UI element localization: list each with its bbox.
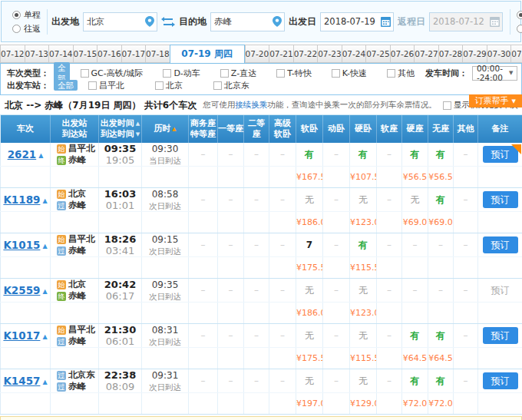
- date-tab-07-15[interactable]: 07-15: [73, 45, 97, 63]
- price-cell: ¥56.5: [402, 167, 428, 188]
- checkbox-K-快速[interactable]: K-快速: [332, 68, 367, 79]
- date-tab-07-26[interactable]: 07-26: [390, 45, 415, 63]
- date-tab-07-18[interactable]: 07-18: [145, 45, 170, 63]
- price-cell: ¥186.0: [296, 212, 323, 233]
- date-tab-07-25[interactable]: 07-25: [365, 45, 390, 63]
- train-number-link[interactable]: K2559: [3, 284, 40, 296]
- checkbox-D-动车[interactable]: D-动车: [163, 68, 200, 79]
- header-软座: 软座: [377, 115, 402, 143]
- to-input[interactable]: [211, 16, 273, 27]
- header-出发站到达站: 出发站到达站: [51, 115, 99, 143]
- seat-cell: –: [377, 324, 402, 348]
- seat-cell: –: [454, 369, 478, 393]
- expand-icon[interactable]: ▲: [42, 333, 47, 340]
- header-其他: 其他: [454, 115, 478, 143]
- seat-cell: 无: [350, 279, 377, 303]
- date-tab-07-19[interactable]: 07-19 周四: [170, 45, 245, 63]
- expand-icon[interactable]: ▲: [42, 243, 47, 250]
- date-tab-07-31[interactable]: 07-31: [510, 45, 522, 63]
- sort-asc-icon[interactable]: ▲: [136, 120, 140, 127]
- depart-time-select[interactable]: 00:00--24:00 ▼: [472, 66, 517, 81]
- station-cell: 过北京东过赤峰: [51, 369, 99, 393]
- seat-cell: –: [269, 233, 296, 257]
- radio-normal-passenger[interactable]: 普通: [517, 9, 522, 21]
- header-车次: 车次: [1, 115, 51, 143]
- expand-icon[interactable]: ▲: [42, 197, 47, 204]
- seat-cell: –: [189, 324, 218, 348]
- to-label: 目的地: [179, 15, 206, 28]
- transfer-link[interactable]: 接续换乘: [235, 100, 267, 109]
- date-tab-07-28[interactable]: 07-28: [438, 45, 463, 63]
- header-出发时间到达时间[interactable]: 出发时间▲到达时间▼: [99, 115, 142, 143]
- radio-one-way[interactable]: 单程: [12, 9, 41, 21]
- price-cell: ¥175.5: [296, 257, 323, 279]
- book-button[interactable]: 预订: [483, 372, 518, 389]
- booking-helper-button[interactable]: 订票帮手 ▼: [469, 94, 522, 107]
- train-number-link[interactable]: K1017: [3, 329, 40, 342]
- promo-ribbon-icon: [511, 144, 521, 154]
- date-tab-07-29[interactable]: 07-29: [462, 45, 487, 63]
- date-tab-07-13[interactable]: 07-13: [25, 45, 49, 63]
- seat-cell: 有: [428, 324, 454, 348]
- return-date-input[interactable]: [430, 16, 490, 27]
- date-tab-07-24[interactable]: 07-24: [342, 45, 366, 63]
- date-tab-07-21[interactable]: 07-21: [269, 45, 293, 63]
- date-tab-07-14[interactable]: 07-14: [48, 45, 73, 63]
- station-filter-label: 出发车站：: [7, 80, 49, 91]
- depart-time: 16:03: [99, 188, 141, 200]
- date-tab-07-16[interactable]: 07-16: [97, 45, 121, 63]
- train-type-filters: GC-高铁/城际D-动车Z-直达T-特快K-快速其他: [81, 68, 415, 79]
- radio-student-passenger[interactable]: 学生: [517, 23, 522, 35]
- time-cell: 20:4206:17: [99, 279, 142, 303]
- expand-icon[interactable]: ▲: [38, 152, 43, 159]
- checkbox-其他[interactable]: 其他: [387, 68, 415, 79]
- train-number-link[interactable]: 2621: [8, 148, 37, 160]
- train-number-link[interactable]: K1189: [3, 193, 40, 206]
- swap-stations-icon[interactable]: [161, 17, 175, 27]
- to-input-wrap: [210, 12, 285, 31]
- date-tab-07-23[interactable]: 07-23: [317, 45, 342, 63]
- checkbox-Z-直达[interactable]: Z-直达: [220, 68, 256, 79]
- from-input[interactable]: [84, 16, 145, 27]
- sort-asc-icon[interactable]: ▲: [172, 125, 176, 133]
- date-tab-07-22[interactable]: 07-22: [293, 45, 318, 63]
- date-tab-07-30[interactable]: 07-30: [487, 45, 511, 63]
- date-tab-07-12[interactable]: 07-12: [0, 45, 25, 63]
- checkbox-昌平北[interactable]: 昌平北: [88, 80, 124, 91]
- date-tab-07-20[interactable]: 07-20: [245, 45, 269, 63]
- expand-icon[interactable]: ▲: [42, 288, 47, 295]
- station-badge-始: 始: [57, 280, 66, 289]
- sort-desc-icon[interactable]: ▼: [136, 131, 140, 138]
- price-row-K1457: ¥197.0¥129.0¥72.0¥72.0: [1, 393, 522, 415]
- header-历时[interactable]: 历时▲: [142, 115, 189, 143]
- checkbox-北京东[interactable]: 北京东: [213, 80, 249, 91]
- location-pin-icon[interactable]: [273, 16, 282, 27]
- price-row-K2559: ¥186.0¥123.0: [1, 303, 522, 324]
- checkbox-T-特快[interactable]: T-特快: [276, 68, 312, 79]
- date-tab-07-27[interactable]: 07-27: [414, 45, 438, 63]
- train-number-link[interactable]: K1015: [3, 239, 40, 251]
- book-cell: 预订: [478, 188, 522, 212]
- checkbox-GC-高铁/城际[interactable]: GC-高铁/城际: [81, 68, 144, 79]
- station-all-badge[interactable]: 全部: [54, 80, 78, 91]
- calendar-icon[interactable]: [381, 17, 391, 27]
- train-search-page: 单程 往返 出发地 目的地 出发日: [0, 0, 522, 420]
- radio-round-trip[interactable]: 往返: [12, 23, 41, 35]
- train-type-filter-row: 车次类型： 全部 GC-高铁/城际D-动车Z-直达T-特快K-快速其他 发车时间…: [7, 67, 515, 79]
- seat-cell: –: [428, 279, 454, 303]
- seat-cell: –: [454, 188, 478, 212]
- train-number-link[interactable]: K1457: [3, 375, 40, 387]
- date-tab-07-17[interactable]: 07-17: [121, 45, 146, 63]
- depart-time: 09:35: [99, 143, 141, 154]
- book-button[interactable]: 预订: [483, 327, 518, 344]
- header-硬座: 硬座: [402, 115, 428, 143]
- location-pin-icon[interactable]: [145, 16, 154, 27]
- depart-date-input[interactable]: [321, 16, 381, 27]
- expand-icon[interactable]: ▲: [42, 379, 47, 385]
- book-button[interactable]: 预订: [483, 236, 518, 253]
- depart-time: 20:42: [99, 279, 141, 290]
- book-button[interactable]: 预订: [483, 191, 518, 208]
- station-cell: 始昌平北过赤峰: [51, 233, 99, 257]
- seat-cell: 有: [296, 143, 323, 167]
- checkbox-北京[interactable]: 北京: [155, 80, 183, 91]
